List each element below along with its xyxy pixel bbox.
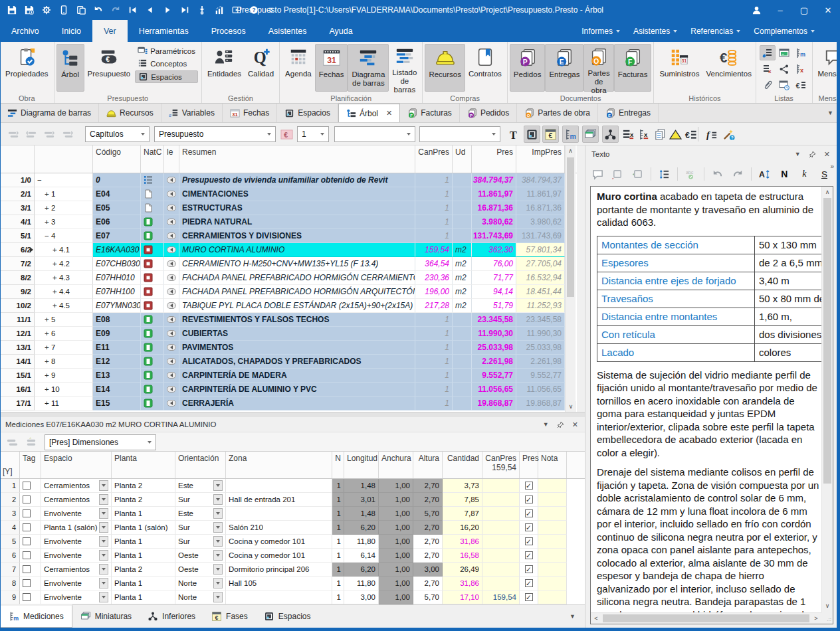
doc-tab-variables[interactable]: aVariables: [161, 104, 223, 122]
ribbon-button-partes-de-obra[interactable]: OPartes de obra: [583, 44, 613, 92]
cell-cantidad[interactable]: 16,58: [443, 549, 482, 563]
expand-toggle[interactable]: + 11: [35, 397, 93, 410]
property-key-link[interactable]: Montantes de sección: [597, 236, 755, 254]
cell-tag[interactable]: [20, 577, 41, 590]
ribbon-button-parametricos[interactable]: Paramétricos: [135, 45, 198, 56]
row-number[interactable]: 4: [0, 521, 20, 535]
menu-asistentes[interactable]: Asistentes: [257, 20, 318, 42]
cell-imppres[interactable]: 57.801,34: [516, 243, 565, 257]
pres-checkbox[interactable]: ✓: [525, 579, 533, 587]
cell-n[interactable]: 1: [332, 563, 344, 577]
cell-cantidad[interactable]: 16,20: [443, 521, 482, 535]
cell-zona[interactable]: [226, 507, 332, 521]
combo-esquema[interactable]: Presupuesto: [154, 126, 276, 142]
row-number[interactable]: 1/0: [0, 173, 35, 187]
cell-pres[interactable]: ✓: [520, 507, 538, 521]
menu-archivo[interactable]: Archivo: [0, 20, 51, 42]
cell-canpres[interactable]: [482, 563, 520, 577]
cell-ud[interactable]: m2: [453, 271, 472, 285]
med-column-header-altura[interactable]: Altura: [413, 452, 443, 478]
dropdown-icon[interactable]: [99, 592, 108, 602]
cell-pres[interactable]: ✓: [520, 590, 538, 604]
cell-natc[interactable]: [141, 201, 164, 215]
ribbon-button-diagrama-de-barras[interactable]: Diagrama de barras: [348, 44, 389, 92]
cell-altura[interactable]: 2,70: [413, 535, 443, 549]
close-tab-icon[interactable]: ✕: [386, 109, 392, 118]
spellcheck-icon[interactable]: abc: [684, 166, 698, 182]
property-value[interactable]: 3,40 m: [755, 272, 822, 290]
expand-toggle[interactable]: + 2: [35, 201, 93, 215]
bottom-tab-inferiores[interactable]: Inferiores: [140, 605, 203, 628]
cell-planta[interactable]: Planta 2: [112, 563, 175, 577]
toolbar-espacios-toggle[interactable]: [524, 126, 540, 143]
cell-altura[interactable]: 3,00: [413, 563, 443, 577]
cell-codigo[interactable]: E06: [93, 215, 141, 229]
cell-n[interactable]: 1: [332, 521, 344, 535]
text-block-prev-icon[interactable]: [611, 166, 625, 182]
cell-ud[interactable]: [453, 341, 472, 355]
med-column-header-tag[interactable]: Tag: [20, 452, 41, 478]
bottom-tab-miniaturas[interactable]: Miniaturas: [72, 605, 140, 628]
cell-canpres[interactable]: [482, 493, 520, 507]
cell-ud[interactable]: m2: [453, 257, 472, 271]
cell-ud[interactable]: [453, 355, 472, 369]
cell-resumen[interactable]: ALICATADOS, CHAPADOS Y PREFABRICADOS: [179, 355, 415, 369]
row-number[interactable]: 3: [0, 507, 20, 521]
scroll-down-icon[interactable]: ∨: [566, 401, 576, 412]
doc-tab-espacios[interactable]: Espacios: [277, 104, 338, 122]
ribbon-button-arbol[interactable]: Árbol: [56, 44, 84, 92]
cell-planta[interactable]: Planta 1: [112, 577, 175, 590]
budget-column-header-ud[interactable]: Ud: [453, 145, 472, 173]
med-column-header-cantidad[interactable]: Cantidad: [443, 452, 482, 478]
ribbon-button-lista-ventana[interactable]: [776, 77, 792, 92]
cell-canpres[interactable]: 1: [415, 397, 453, 410]
cell-orientacion[interactable]: Norte: [175, 590, 226, 604]
underline-icon[interactable]: S: [817, 166, 831, 182]
cell-anchura[interactable]: 1,00: [379, 507, 413, 521]
med-column-header-n[interactable]: N: [332, 452, 344, 478]
cell-zona[interactable]: Hall 105: [226, 577, 332, 590]
dropdown-icon[interactable]: [99, 536, 108, 547]
cell-nota[interactable]: [538, 590, 567, 604]
dropdown-icon[interactable]: [213, 508, 223, 519]
cell-espacio[interactable]: Envolvente: [41, 590, 112, 604]
row-number[interactable]: 13/1: [0, 341, 35, 355]
cell-codigo[interactable]: E04: [93, 187, 141, 201]
cell-pres[interactable]: ✓: [520, 563, 538, 577]
cell-imppres[interactable]: 11.252,93: [516, 299, 565, 313]
cell-ud[interactable]: [453, 313, 472, 327]
property-key-link[interactable]: Distancia entre ejes de forjado: [597, 272, 755, 290]
expand-toggle[interactable]: + 5: [35, 313, 93, 327]
cell-imppres[interactable]: 384.794,37: [516, 173, 565, 187]
cell-resumen[interactable]: TABIQUE PYL PLACA DOBLE ESTÁNDAR (2x15A)…: [179, 299, 415, 313]
cell-espacio[interactable]: Cerramientos: [41, 563, 112, 577]
combo-fase[interactable]: 1: [297, 126, 329, 142]
cell-pres[interactable]: 94,14: [472, 285, 516, 299]
cell-espacio[interactable]: Envolvente: [41, 577, 112, 590]
row-number[interactable]: 3/1: [0, 201, 35, 215]
cell-resumen[interactable]: PIEDRA NATURAL: [179, 215, 415, 229]
cell-resumen[interactable]: CARPINTERÍA DE MADERA: [179, 369, 415, 383]
tag-checkbox[interactable]: [23, 509, 31, 517]
ribbon-button-lista-clip[interactable]: [760, 77, 776, 92]
tag-checkbox[interactable]: [23, 565, 31, 573]
bottom-tab-fases[interactable]: €Fases: [203, 605, 256, 628]
cell-ud[interactable]: [453, 327, 472, 341]
cell-cantidad[interactable]: 7,85: [443, 493, 482, 507]
cell-pres[interactable]: 19.868,87: [472, 397, 516, 410]
menu-complementos-dropdown[interactable]: Complementos: [748, 27, 820, 36]
ribbon-button-lista-x[interactable]: x: [760, 61, 776, 76]
panel-menu-icon[interactable]: ▼: [795, 151, 801, 157]
ribbon-button-recursos[interactable]: Recursos: [425, 44, 465, 92]
cell-longitud[interactable]: 1,48: [344, 479, 379, 493]
med-column-header-anchura[interactable]: Anchura: [379, 452, 413, 478]
cell-canpres[interactable]: 1: [415, 313, 453, 327]
cell-canpres[interactable]: 1: [415, 187, 453, 201]
row-number[interactable]: 2: [0, 493, 20, 507]
player-icon[interactable]: [229, 2, 245, 18]
expand-toggle[interactable]: + 6: [35, 327, 93, 341]
cell-pres[interactable]: 3.980,62: [472, 215, 516, 229]
last-icon[interactable]: [177, 2, 193, 18]
toolbar-duplicar[interactable]: [652, 126, 669, 143]
cell-ud[interactable]: m2: [453, 285, 472, 299]
